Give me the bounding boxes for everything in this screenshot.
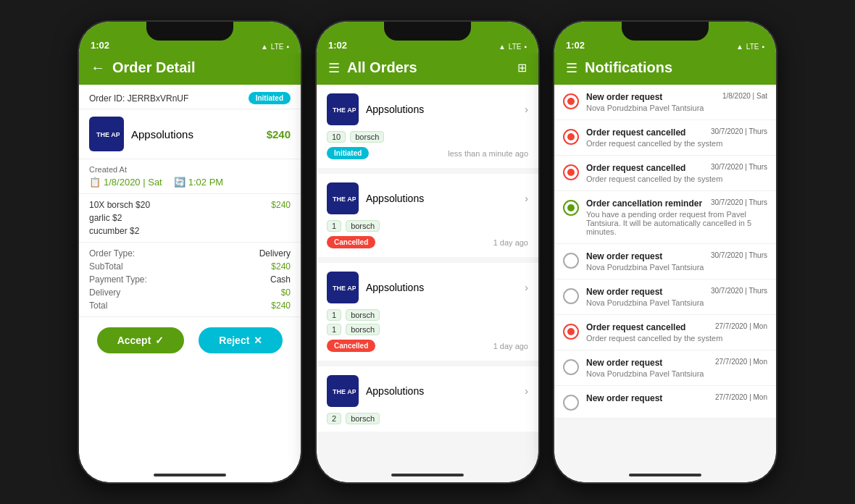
notif-dot-red <box>563 324 579 340</box>
order-store-name: Appsolutions <box>366 282 517 293</box>
notif-dot-grey <box>563 395 579 411</box>
time-ago: less than a minute ago <box>448 149 528 158</box>
status-icons-2: ▲ LTE ▪ <box>499 43 527 51</box>
notification-item[interactable]: New order request 30/7/2020 | Thurs Nova… <box>554 280 776 315</box>
order-detail-content: Order ID: JERRBxVRnUF Initiated THE APP … <box>79 85 301 482</box>
menu-icon[interactable]: ☰ <box>328 60 340 76</box>
notif-dot-grey <box>563 359 579 375</box>
order-card[interactable]: THE APP Appsolutions › 2 borsch <box>317 366 538 432</box>
phone-order-detail: 1:02 ▲ LTE ▪ ← Order Detail Order ID: JE… <box>78 20 302 484</box>
phone-notifications: 1:02 ▲ LTE ▪ ☰ Notifications New order r… <box>553 20 777 484</box>
list-item: 10X borsch $20 $240 <box>89 198 291 211</box>
chevron-right-icon: › <box>525 385 528 397</box>
notif-dot-grey <box>563 253 579 269</box>
notification-item[interactable]: New order request 27/7/2020 | Mon Nova P… <box>554 350 776 386</box>
notif-body: New order request 27/7/2020 | Mon <box>586 393 767 403</box>
list-item: cucumber $2 <box>89 224 291 238</box>
store-logo: THE APP <box>327 182 359 214</box>
notification-item[interactable]: Order request cancelled 27/7/2020 | Mon … <box>554 315 776 350</box>
tag-qty: 1 <box>327 220 341 232</box>
store-row: THE APP Appsolutions $240 <box>79 109 301 159</box>
all-orders-header: ☰ All Orders ⊞ <box>317 54 538 85</box>
store-logo: THE APP <box>327 375 359 407</box>
notification-item[interactable]: Order request cancelled 30/7/2020 | Thur… <box>554 120 776 156</box>
order-detail-title: Order Detail <box>112 59 289 76</box>
status-time-1: 1:02 <box>91 40 109 51</box>
notification-item[interactable]: Order request cancelled 30/7/2020 | Thur… <box>554 156 776 191</box>
items-list: 10X borsch $20 $240 garlic $2 cucumber $… <box>79 194 301 243</box>
subtotal-row: SubTotal $240 <box>89 260 291 273</box>
order-id-text: Order ID: JERRBxVRnUF <box>89 93 188 104</box>
store-price: $240 <box>267 128 291 140</box>
status-time-2: 1:02 <box>328 40 347 51</box>
order-card[interactable]: THE APP Appsolutions › 10 borsch Initiat… <box>317 85 538 168</box>
accept-button[interactable]: Accept ✓ <box>97 327 185 353</box>
chevron-right-icon: › <box>525 104 528 115</box>
clock-icon: 🔄 <box>174 177 185 188</box>
lte-icon: LTE <box>746 43 759 51</box>
created-at-section: Created At 📋 1/8/2020 | Sat 🔄 1:02 PM <box>79 159 301 194</box>
notifications-header: ☰ Notifications <box>554 54 776 85</box>
tag-item: borsch <box>346 220 380 232</box>
tag-qty: 10 <box>327 131 346 143</box>
order-store-name: Appsolutions <box>366 385 517 397</box>
order-card[interactable]: THE APP Appsolutions › 1 borsch 1 borsch <box>317 263 538 361</box>
order-meta: Order Type: Delivery SubTotal $240 Payme… <box>79 243 301 317</box>
order-id-row: Order ID: JERRBxVRnUF Initiated <box>79 85 301 109</box>
menu-icon[interactable]: ☰ <box>566 60 577 76</box>
svg-text:THE APP: THE APP <box>333 106 356 114</box>
reject-button[interactable]: Reject ✕ <box>199 327 283 353</box>
status-icons-1: ▲ LTE ▪ <box>261 43 289 51</box>
notification-item[interactable]: Order cancellation reminder 30/7/2020 | … <box>554 191 776 244</box>
tag-qty: 1 <box>327 309 341 321</box>
close-icon: ✕ <box>254 335 262 346</box>
action-buttons: Accept ✓ Reject ✕ <box>79 317 301 364</box>
list-item: garlic $2 <box>89 211 291 224</box>
checkmark-icon: ✓ <box>155 335 164 346</box>
filter-icon[interactable]: ⊞ <box>517 61 527 75</box>
svg-text:THE APP: THE APP <box>333 285 356 292</box>
notification-item[interactable]: New order request 30/7/2020 | Thurs Nova… <box>554 244 776 280</box>
notifications-list: New order request 1/8/2020 | Sat Nova Po… <box>554 85 776 482</box>
order-card[interactable]: THE APP Appsolutions › 1 borsch Cancelle… <box>317 174 538 257</box>
order-detail-header: ← Order Detail <box>79 54 301 85</box>
total-row: Total $240 <box>89 299 291 312</box>
calendar-icon: 📋 <box>89 177 101 188</box>
notif-body: New order request 30/7/2020 | Thurs Nova… <box>586 251 767 272</box>
tag-item: borsch <box>346 413 380 424</box>
status-time-3: 1:02 <box>566 40 585 51</box>
notif-dot-red <box>563 93 579 109</box>
tag-item: borsch <box>350 131 384 143</box>
notif-dot-green <box>563 200 579 216</box>
notif-body: Order request cancelled 30/7/2020 | Thur… <box>586 127 767 148</box>
notif-body: Order cancellation reminder 30/7/2020 | … <box>586 198 767 236</box>
order-store-name: Appsolutions <box>366 104 517 115</box>
tag-item: borsch <box>346 324 380 335</box>
order-type-row: Order Type: Delivery <box>89 247 291 260</box>
store-logo: THE APP <box>327 93 359 125</box>
notif-body: New order request 27/7/2020 | Mon Nova P… <box>586 358 767 378</box>
payment-row: Payment Type: Cash <box>89 273 291 286</box>
signal-icon: ▲ <box>261 43 268 51</box>
order-status-badge: Cancelled <box>327 236 375 248</box>
created-label: Created At <box>89 165 291 174</box>
order-status-badge: Cancelled <box>327 340 375 352</box>
notification-item[interactable]: New order request 27/7/2020 | Mon <box>554 386 776 419</box>
order-status-badge: Initiated <box>327 147 369 159</box>
time-value: 🔄 1:02 PM <box>174 177 223 188</box>
notif-dot-red <box>563 164 579 180</box>
back-button[interactable]: ← <box>91 59 105 76</box>
notif-body: Order request cancelled 30/7/2020 | Thur… <box>586 163 767 183</box>
status-badge: Initiated <box>249 92 291 104</box>
notif-body: New order request 1/8/2020 | Sat Nova Po… <box>586 92 767 112</box>
svg-text:THE APP: THE APP <box>96 131 120 138</box>
chevron-right-icon: › <box>525 282 528 293</box>
order-store-name: Appsolutions <box>366 193 517 204</box>
notif-body: New order request 30/7/2020 | Thurs Nova… <box>586 287 767 307</box>
notif-body: Order request cancelled 27/7/2020 | Mon … <box>586 322 767 343</box>
time-ago: 1 day ago <box>493 342 528 350</box>
lte-icon: LTE <box>271 43 284 51</box>
notification-item[interactable]: New order request 1/8/2020 | Sat Nova Po… <box>554 85 776 120</box>
battery-icon: ▪ <box>762 43 764 51</box>
signal-icon: ▲ <box>736 43 743 51</box>
